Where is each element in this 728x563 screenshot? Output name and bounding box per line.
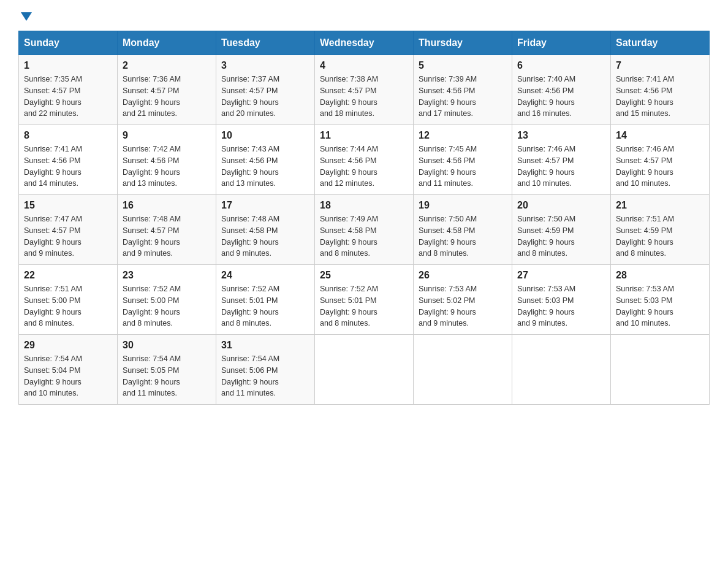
day-info: Sunrise: 7:49 AM Sunset: 4:58 PM Dayligh…	[320, 213, 408, 259]
day-number: 14	[616, 130, 704, 141]
calendar-cell: 4 Sunrise: 7:38 AM Sunset: 4:57 PM Dayli…	[315, 55, 414, 125]
day-info: Sunrise: 7:52 AM Sunset: 5:01 PM Dayligh…	[221, 283, 309, 329]
day-info: Sunrise: 7:39 AM Sunset: 4:56 PM Dayligh…	[419, 74, 507, 120]
day-number: 29	[24, 340, 112, 351]
weekday-header-sunday: Sunday	[19, 31, 118, 55]
day-number: 7	[616, 60, 704, 71]
calendar-cell: 16 Sunrise: 7:48 AM Sunset: 4:57 PM Dayl…	[118, 195, 216, 265]
calendar-cell: 27 Sunrise: 7:53 AM Sunset: 5:03 PM Dayl…	[512, 265, 611, 335]
calendar-cell: 8 Sunrise: 7:41 AM Sunset: 4:56 PM Dayli…	[19, 125, 118, 195]
day-info: Sunrise: 7:47 AM Sunset: 4:57 PM Dayligh…	[24, 213, 112, 259]
day-info: Sunrise: 7:45 AM Sunset: 4:56 PM Dayligh…	[419, 144, 507, 190]
logo	[18, 12, 32, 18]
day-number: 4	[320, 60, 408, 71]
day-info: Sunrise: 7:51 AM Sunset: 5:00 PM Dayligh…	[24, 283, 112, 329]
calendar-cell	[611, 335, 710, 405]
calendar-cell: 24 Sunrise: 7:52 AM Sunset: 5:01 PM Dayl…	[216, 265, 315, 335]
calendar-cell: 15 Sunrise: 7:47 AM Sunset: 4:57 PM Dayl…	[19, 195, 118, 265]
calendar-cell: 13 Sunrise: 7:46 AM Sunset: 4:57 PM Dayl…	[512, 125, 611, 195]
logo-triangle-icon	[21, 12, 32, 21]
calendar-cell: 11 Sunrise: 7:44 AM Sunset: 4:56 PM Dayl…	[315, 125, 414, 195]
day-number: 9	[123, 130, 211, 141]
calendar-cell	[315, 335, 414, 405]
day-info: Sunrise: 7:52 AM Sunset: 5:00 PM Dayligh…	[123, 283, 211, 329]
calendar-week-row: 8 Sunrise: 7:41 AM Sunset: 4:56 PM Dayli…	[19, 125, 710, 195]
day-info: Sunrise: 7:54 AM Sunset: 5:04 PM Dayligh…	[24, 353, 112, 399]
day-number: 5	[419, 60, 507, 71]
day-number: 15	[24, 200, 112, 211]
day-info: Sunrise: 7:53 AM Sunset: 5:03 PM Dayligh…	[616, 283, 704, 329]
day-info: Sunrise: 7:37 AM Sunset: 4:57 PM Dayligh…	[221, 74, 309, 120]
weekday-header-wednesday: Wednesday	[315, 31, 414, 55]
day-info: Sunrise: 7:52 AM Sunset: 5:01 PM Dayligh…	[320, 283, 408, 329]
day-number: 22	[24, 270, 112, 281]
calendar-week-row: 22 Sunrise: 7:51 AM Sunset: 5:00 PM Dayl…	[19, 265, 710, 335]
day-number: 18	[320, 200, 408, 211]
day-info: Sunrise: 7:48 AM Sunset: 4:57 PM Dayligh…	[123, 213, 211, 259]
day-info: Sunrise: 7:53 AM Sunset: 5:03 PM Dayligh…	[517, 283, 605, 329]
day-number: 27	[517, 270, 605, 281]
day-info: Sunrise: 7:38 AM Sunset: 4:57 PM Dayligh…	[320, 74, 408, 120]
day-number: 28	[616, 270, 704, 281]
calendar-cell: 28 Sunrise: 7:53 AM Sunset: 5:03 PM Dayl…	[611, 265, 710, 335]
day-number: 17	[221, 200, 309, 211]
weekday-header-tuesday: Tuesday	[216, 31, 315, 55]
day-number: 13	[517, 130, 605, 141]
calendar-cell: 26 Sunrise: 7:53 AM Sunset: 5:02 PM Dayl…	[414, 265, 512, 335]
day-info: Sunrise: 7:53 AM Sunset: 5:02 PM Dayligh…	[419, 283, 507, 329]
day-number: 2	[123, 60, 211, 71]
calendar-cell: 7 Sunrise: 7:41 AM Sunset: 4:56 PM Dayli…	[611, 55, 710, 125]
day-info: Sunrise: 7:46 AM Sunset: 4:57 PM Dayligh…	[517, 144, 605, 190]
day-number: 12	[419, 130, 507, 141]
calendar-cell: 18 Sunrise: 7:49 AM Sunset: 4:58 PM Dayl…	[315, 195, 414, 265]
day-number: 10	[221, 130, 309, 141]
day-info: Sunrise: 7:48 AM Sunset: 4:58 PM Dayligh…	[221, 213, 309, 259]
calendar-week-row: 15 Sunrise: 7:47 AM Sunset: 4:57 PM Dayl…	[19, 195, 710, 265]
weekday-header-thursday: Thursday	[414, 31, 512, 55]
day-number: 6	[517, 60, 605, 71]
page-header	[18, 12, 710, 18]
calendar-cell: 10 Sunrise: 7:43 AM Sunset: 4:56 PM Dayl…	[216, 125, 315, 195]
calendar-cell: 23 Sunrise: 7:52 AM Sunset: 5:00 PM Dayl…	[118, 265, 216, 335]
weekday-header-row: SundayMondayTuesdayWednesdayThursdayFrid…	[19, 31, 710, 55]
day-info: Sunrise: 7:41 AM Sunset: 4:56 PM Dayligh…	[24, 144, 112, 190]
calendar-cell: 17 Sunrise: 7:48 AM Sunset: 4:58 PM Dayl…	[216, 195, 315, 265]
day-info: Sunrise: 7:36 AM Sunset: 4:57 PM Dayligh…	[123, 74, 211, 120]
weekday-header-friday: Friday	[512, 31, 611, 55]
day-info: Sunrise: 7:51 AM Sunset: 4:59 PM Dayligh…	[616, 213, 704, 259]
calendar-cell	[414, 335, 512, 405]
calendar-cell: 31 Sunrise: 7:54 AM Sunset: 5:06 PM Dayl…	[216, 335, 315, 405]
day-info: Sunrise: 7:46 AM Sunset: 4:57 PM Dayligh…	[616, 144, 704, 190]
calendar-week-row: 1 Sunrise: 7:35 AM Sunset: 4:57 PM Dayli…	[19, 55, 710, 125]
day-number: 19	[419, 200, 507, 211]
day-info: Sunrise: 7:50 AM Sunset: 4:58 PM Dayligh…	[419, 213, 507, 259]
calendar-cell: 6 Sunrise: 7:40 AM Sunset: 4:56 PM Dayli…	[512, 55, 611, 125]
day-info: Sunrise: 7:54 AM Sunset: 5:06 PM Dayligh…	[221, 353, 309, 399]
calendar-cell: 3 Sunrise: 7:37 AM Sunset: 4:57 PM Dayli…	[216, 55, 315, 125]
day-info: Sunrise: 7:44 AM Sunset: 4:56 PM Dayligh…	[320, 144, 408, 190]
calendar-table: SundayMondayTuesdayWednesdayThursdayFrid…	[18, 31, 710, 405]
day-number: 25	[320, 270, 408, 281]
day-number: 16	[123, 200, 211, 211]
calendar-cell: 19 Sunrise: 7:50 AM Sunset: 4:58 PM Dayl…	[414, 195, 512, 265]
day-number: 26	[419, 270, 507, 281]
calendar-cell	[512, 335, 611, 405]
calendar-cell: 5 Sunrise: 7:39 AM Sunset: 4:56 PM Dayli…	[414, 55, 512, 125]
day-number: 30	[123, 340, 211, 351]
calendar-cell: 20 Sunrise: 7:50 AM Sunset: 4:59 PM Dayl…	[512, 195, 611, 265]
day-number: 23	[123, 270, 211, 281]
day-number: 1	[24, 60, 112, 71]
day-info: Sunrise: 7:43 AM Sunset: 4:56 PM Dayligh…	[221, 144, 309, 190]
day-info: Sunrise: 7:54 AM Sunset: 5:05 PM Dayligh…	[123, 353, 211, 399]
calendar-cell: 29 Sunrise: 7:54 AM Sunset: 5:04 PM Dayl…	[19, 335, 118, 405]
calendar-cell: 25 Sunrise: 7:52 AM Sunset: 5:01 PM Dayl…	[315, 265, 414, 335]
day-info: Sunrise: 7:50 AM Sunset: 4:59 PM Dayligh…	[517, 213, 605, 259]
day-info: Sunrise: 7:40 AM Sunset: 4:56 PM Dayligh…	[517, 74, 605, 120]
calendar-week-row: 29 Sunrise: 7:54 AM Sunset: 5:04 PM Dayl…	[19, 335, 710, 405]
day-number: 20	[517, 200, 605, 211]
day-number: 31	[221, 340, 309, 351]
calendar-cell: 14 Sunrise: 7:46 AM Sunset: 4:57 PM Dayl…	[611, 125, 710, 195]
day-info: Sunrise: 7:42 AM Sunset: 4:56 PM Dayligh…	[123, 144, 211, 190]
weekday-header-monday: Monday	[118, 31, 216, 55]
calendar-cell: 30 Sunrise: 7:54 AM Sunset: 5:05 PM Dayl…	[118, 335, 216, 405]
